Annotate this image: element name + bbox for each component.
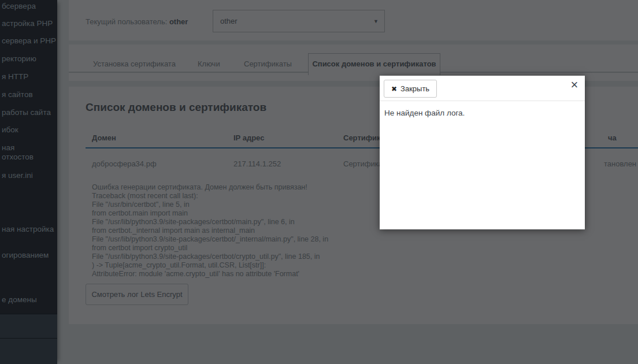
close-x-icon: ✖ (391, 85, 397, 93)
modal-close-button-label: Закрыть (400, 84, 429, 93)
modal-close-button[interactable]: ✖ Закрыть (384, 80, 437, 98)
modal-message: Не найден файл лога. (384, 109, 465, 117)
modal-header: ✖ Закрыть × (380, 76, 585, 101)
modal-body: Не найден файл лога. (380, 101, 585, 117)
modal-corner-close-icon[interactable]: × (569, 78, 580, 92)
log-modal: ✖ Закрыть × Не найден файл лога. (380, 76, 585, 229)
